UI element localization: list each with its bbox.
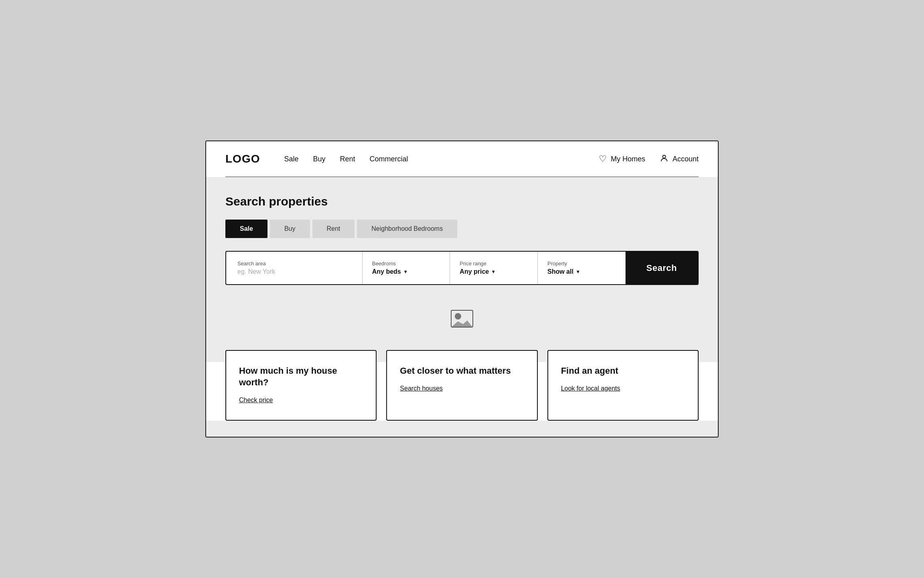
header: LOGO Sale Buy Rent Commercial ♡ My Homes… — [206, 141, 718, 177]
search-title: Search properties — [225, 195, 699, 208]
account-button[interactable]: Account — [660, 154, 699, 164]
cards-section: How much is my house worth? Check price … — [206, 350, 718, 420]
nav-buy[interactable]: Buy — [313, 155, 325, 163]
account-label: Account — [673, 155, 699, 163]
price-chevron-icon: ▾ — [492, 269, 494, 275]
page-frame: LOGO Sale Buy Rent Commercial ♡ My Homes… — [205, 140, 719, 437]
tab-buy[interactable]: Buy — [270, 220, 310, 238]
svg-point-0 — [663, 155, 665, 158]
nav-rent[interactable]: Rent — [340, 155, 355, 163]
hero-section: Search properties Sale Buy Rent Neighbor… — [206, 177, 718, 362]
tab-neighborhood-bedrooms[interactable]: Neighborhood Bedrooms — [357, 220, 457, 238]
property-value: Show all ▾ — [547, 268, 616, 275]
price-filter[interactable]: Price range Any price ▾ — [450, 252, 538, 284]
bedrooms-chevron-icon: ▾ — [404, 269, 407, 275]
header-actions: ♡ My Homes Account — [599, 154, 699, 164]
hero-image-area — [225, 303, 699, 335]
card-house-worth-title: How much is my house worth? — [239, 365, 363, 388]
card-find-agent-title: Find an agent — [561, 365, 685, 377]
property-chevron-icon: ▾ — [577, 269, 579, 275]
search-area-field[interactable]: Search area eg. New York — [226, 252, 363, 284]
property-filter[interactable]: Property Show all ▾ — [538, 252, 626, 284]
hero-image-icon — [451, 310, 473, 328]
tab-group: Sale Buy Rent Neighborhood Bedrooms — [225, 220, 699, 238]
tab-rent[interactable]: Rent — [312, 220, 355, 238]
nav-sale[interactable]: Sale — [284, 155, 298, 163]
property-label: Property — [547, 261, 616, 267]
price-value: Any price ▾ — [460, 268, 528, 275]
bedrooms-value: Any beds ▾ — [372, 268, 440, 275]
heart-icon: ♡ — [599, 155, 607, 163]
price-label: Price range — [460, 261, 528, 267]
bedrooms-label: Beedroms — [372, 261, 440, 267]
bedrooms-filter[interactable]: Beedroms Any beds ▾ — [363, 252, 450, 284]
search-bar: Search area eg. New York Beedroms Any be… — [225, 251, 699, 285]
card-get-closer: Get closer to what matters Search houses — [386, 350, 537, 420]
bottom-spacer — [206, 421, 718, 437]
logo: LOGO — [225, 153, 260, 165]
tab-sale[interactable]: Sale — [225, 220, 267, 238]
search-area-label: Search area — [237, 261, 351, 267]
main-nav: Sale Buy Rent Commercial — [284, 155, 598, 163]
card-get-closer-title: Get closer to what matters — [400, 365, 524, 377]
card-house-worth: How much is my house worth? Check price — [225, 350, 377, 420]
card-find-agent: Find an agent Look for local agents — [547, 350, 699, 420]
search-area-placeholder: eg. New York — [237, 268, 351, 275]
local-agents-link[interactable]: Look for local agents — [561, 385, 620, 392]
nav-commercial[interactable]: Commercial — [370, 155, 408, 163]
search-button[interactable]: Search — [626, 252, 698, 284]
my-homes-label: My Homes — [611, 155, 645, 163]
my-homes-button[interactable]: ♡ My Homes — [599, 155, 645, 163]
check-price-link[interactable]: Check price — [239, 397, 273, 403]
user-icon — [660, 154, 669, 164]
search-houses-link[interactable]: Search houses — [400, 385, 443, 392]
